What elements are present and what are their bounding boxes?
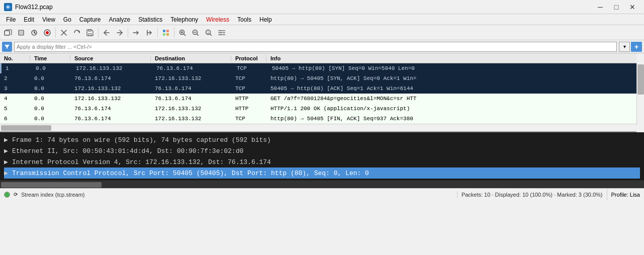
detail-row[interactable]: ▶Frame 1: 74 bytes on wire (592 bits), 7… xyxy=(4,134,640,145)
menu-view[interactable]: View xyxy=(38,14,59,25)
packet-scroll-vertical[interactable] xyxy=(636,63,644,125)
menu-go[interactable]: Go xyxy=(59,14,75,25)
table-row[interactable]: 2 0.0 76.13.6.174 172.16.133.132 TCP htt… xyxy=(0,73,636,83)
menu-file[interactable]: File xyxy=(2,14,20,25)
packet-src: 76.13.6.174 xyxy=(70,116,151,122)
svg-text:1: 1 xyxy=(207,31,209,34)
packet-dst: 172.16.133.132 xyxy=(151,75,231,81)
detail-row[interactable]: ▶Ethernet II, Src: 00:50:43:01:4d:d4, Ds… xyxy=(4,145,640,156)
svg-rect-8 xyxy=(163,30,165,32)
table-row[interactable]: 5 0.0 76.13.6.174 172.16.133.132 HTTP HT… xyxy=(0,104,636,114)
menu-edit[interactable]: Edit xyxy=(20,14,38,25)
table-row[interactable]: 6 0.0 76.13.6.174 172.16.133.132 TCP htt… xyxy=(0,114,636,124)
detail-scroll-horizontal[interactable] xyxy=(0,181,644,188)
detail-panel: ▶Frame 1: 74 bytes on wire (592 bits), 7… xyxy=(0,132,644,181)
toolbar-resize-button[interactable] xyxy=(216,27,228,39)
toolbar-restart-button[interactable] xyxy=(28,27,40,39)
close-button[interactable]: ✕ xyxy=(625,0,640,14)
title-bar: Flow312.pcap ─ □ ✕ xyxy=(0,0,644,14)
expand-icon: ▶ xyxy=(4,136,12,144)
maximize-button[interactable]: □ xyxy=(609,0,624,14)
toolbar-color-button[interactable] xyxy=(160,27,172,39)
packet-info: 50405 → http(80) [ACK] Seq=1 Ack=1 Win=6… xyxy=(266,86,636,92)
filter-dropdown-button[interactable]: ▾ xyxy=(619,42,630,52)
header-time: Time xyxy=(30,55,70,61)
toolbar-back-button[interactable] xyxy=(101,27,113,39)
menu-help[interactable]: Help xyxy=(255,14,276,25)
header-destination: Destination xyxy=(151,55,231,61)
status-circle-green xyxy=(4,192,10,198)
packet-proto: TCP xyxy=(231,86,266,92)
status-arrow-icon: ⟳ xyxy=(12,191,19,198)
packet-time: 0.0 xyxy=(32,65,72,71)
packet-info: http(80) → 50405 [SYN, ACK] Seq=0 Ack=1 … xyxy=(266,75,636,81)
table-row[interactable]: 1 0.0 172.16.133.132 76.13.6.174 TCP 504… xyxy=(0,63,636,73)
toolbar-capture-button[interactable] xyxy=(41,27,53,39)
toolbar-zoom-reset-button[interactable]: 1 xyxy=(203,27,215,39)
detail-text: Ethernet II, Src: 00:50:43:01:4d:d4, Dst… xyxy=(12,147,243,155)
detail-text: Internet Protocol Version 4, Src: 172.16… xyxy=(12,158,271,166)
packet-src: 172.16.133.132 xyxy=(70,96,151,102)
packet-no: 3 xyxy=(0,86,30,92)
svg-rect-10 xyxy=(163,33,165,36)
packet-src: 76.13.6.174 xyxy=(70,106,151,112)
title-bar-controls: ─ □ ✕ xyxy=(593,0,640,14)
packet-time: 0.0 xyxy=(30,75,70,81)
toolbar-forward-button[interactable] xyxy=(114,27,126,39)
menu-tools[interactable]: Tools xyxy=(233,14,255,25)
packet-dst: 76.13.6.174 xyxy=(151,86,231,92)
toolbar-zoom-out-button[interactable] xyxy=(190,27,202,39)
toolbar-open-button[interactable] xyxy=(2,27,14,39)
menu-capture[interactable]: Capture xyxy=(75,14,105,25)
header-no: No. xyxy=(0,55,30,61)
table-row[interactable]: 4 0.0 172.16.133.132 76.13.6.174 HTTP GE… xyxy=(0,94,636,104)
packet-dst: 172.16.133.132 xyxy=(151,116,231,122)
menu-statistics[interactable]: Statistics xyxy=(134,14,166,25)
menu-analyze[interactable]: Analyze xyxy=(105,14,135,25)
expand-icon: ▶ xyxy=(4,169,12,177)
packet-no: 2 xyxy=(0,75,30,81)
svg-rect-2 xyxy=(19,30,24,35)
filter-add-button[interactable]: + xyxy=(631,42,642,52)
packet-proto: TCP xyxy=(231,116,266,122)
toolbar-zoom-in-button[interactable] xyxy=(176,27,189,39)
filter-input[interactable] xyxy=(14,42,617,52)
packet-info: http(80) → 50405 [FIN, ACK] Seq=937 Ack=… xyxy=(266,116,636,122)
toolbar-jump-button[interactable] xyxy=(130,27,142,39)
toolbar-sep-2 xyxy=(98,28,99,38)
status-indicators: ⟳ xyxy=(4,191,19,198)
packet-time: 0.0 xyxy=(30,96,70,102)
header-info: Info xyxy=(266,55,636,61)
packet-dst: 172.16.133.132 xyxy=(151,106,231,112)
packet-proto: TCP xyxy=(233,65,268,71)
header-protocol: Protocol xyxy=(231,55,266,61)
menu-telephony[interactable]: Telephony xyxy=(166,14,202,25)
packet-no: 5 xyxy=(0,106,30,112)
filter-bar: ▾ + xyxy=(0,40,644,53)
minimize-button[interactable]: ─ xyxy=(593,0,608,14)
packet-list-header: No. Time Source Destination Protocol Inf… xyxy=(0,53,636,63)
toolbar-reload-button[interactable] xyxy=(71,27,83,39)
toolbar-save-button[interactable] xyxy=(84,27,96,39)
packet-list: No. Time Source Destination Protocol Inf… xyxy=(0,53,636,132)
detail-text: Transmission Control Protocol, Src Port:… xyxy=(12,169,369,177)
header-source: Source xyxy=(70,55,151,61)
profile-text: Profile: Lisa xyxy=(611,192,640,198)
svg-point-5 xyxy=(46,31,49,34)
table-row[interactable]: 3 0.0 172.16.133.132 76.13.6.174 TCP 504… xyxy=(0,83,636,94)
toolbar-first-button[interactable] xyxy=(143,27,155,39)
menu-wireless[interactable]: Wireless xyxy=(202,14,233,25)
status-right: Packets: 10 · Displayed: 10 (100.0%) · M… xyxy=(457,192,607,198)
toolbar-sep-3 xyxy=(128,28,128,38)
packet-scroll-horizontal[interactable] xyxy=(0,124,636,131)
toolbar: 1 xyxy=(0,25,644,40)
svg-rect-11 xyxy=(166,33,169,36)
packet-rows: 1 0.0 172.16.133.132 76.13.6.174 TCP 504… xyxy=(0,63,636,124)
detail-row[interactable]: ▶Internet Protocol Version 4, Src: 172.1… xyxy=(4,156,640,167)
toolbar-close-button[interactable] xyxy=(58,27,70,39)
svg-rect-1 xyxy=(5,31,10,35)
packet-src: 172.16.133.132 xyxy=(72,65,152,71)
detail-row[interactable]: ▶Transmission Control Protocol, Src Port… xyxy=(4,167,640,179)
svg-rect-9 xyxy=(166,30,169,32)
toolbar-stop-button[interactable] xyxy=(15,27,27,39)
